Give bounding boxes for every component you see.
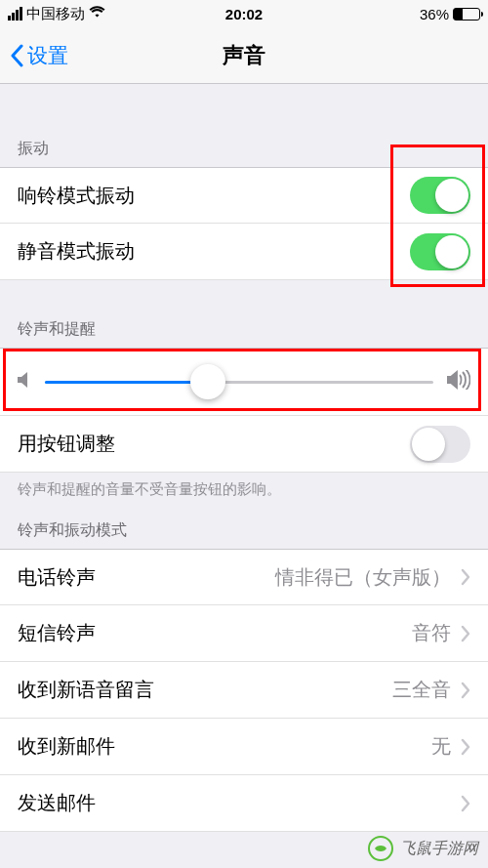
change-with-buttons-label: 用按钮调整 <box>18 431 410 457</box>
volume-slider-thumb[interactable] <box>190 364 225 399</box>
carrier-label: 中国移动 <box>26 5 85 23</box>
battery-icon <box>453 8 480 21</box>
status-left: 中国移动 <box>8 5 105 23</box>
chevron-left-icon <box>10 44 23 67</box>
chevron-right-icon <box>461 795 470 812</box>
chevron-right-icon <box>461 682 470 699</box>
status-bar: 中国移动 20:02 36% <box>0 0 488 27</box>
new-voicemail-row[interactable]: 收到新语音留言 三全音 <box>0 662 488 719</box>
status-right: 36% <box>420 6 480 22</box>
watermark-logo-icon <box>367 835 394 862</box>
text-tone-label: 短信铃声 <box>18 620 412 646</box>
vibrate-on-ring-row[interactable]: 响铃模式振动 <box>0 167 488 224</box>
chevron-right-icon <box>461 625 470 642</box>
wifi-icon <box>89 6 105 21</box>
text-tone-value: 音符 <box>412 620 451 646</box>
new-mail-value: 无 <box>431 733 451 760</box>
chevron-right-icon <box>461 568 470 586</box>
new-mail-row[interactable]: 收到新邮件 无 <box>0 719 488 775</box>
back-label: 设置 <box>27 42 68 69</box>
ringtone-label: 电话铃声 <box>18 564 275 591</box>
new-mail-label: 收到新邮件 <box>18 733 431 760</box>
vibration-section-header: 振动 <box>0 119 488 167</box>
vibrate-on-silent-switch[interactable] <box>410 233 470 270</box>
signal-icon <box>8 7 22 21</box>
vibrate-on-silent-label: 静音模式振动 <box>18 238 410 265</box>
sent-mail-label: 发送邮件 <box>18 790 451 816</box>
volume-footer-note: 铃声和提醒的音量不受音量按钮的影响。 <box>0 473 488 511</box>
change-with-buttons-switch[interactable] <box>410 426 470 463</box>
new-voicemail-value: 三全音 <box>392 677 451 703</box>
page-title: 声音 <box>0 41 488 70</box>
back-button[interactable]: 设置 <box>10 42 68 69</box>
volume-high-icon <box>447 370 470 393</box>
watermark: 飞鼠手游网 <box>367 835 478 862</box>
volume-slider-row[interactable] <box>0 348 488 416</box>
navigation-bar: 设置 声音 <box>0 27 488 84</box>
watermark-text: 飞鼠手游网 <box>400 839 478 859</box>
text-tone-row[interactable]: 短信铃声 音符 <box>0 605 488 662</box>
vibrate-on-ring-switch[interactable] <box>410 177 470 214</box>
change-with-buttons-row[interactable]: 用按钮调整 <box>0 416 488 473</box>
ringtone-row[interactable]: 电话铃声 情非得已（女声版） <box>0 549 488 605</box>
chevron-right-icon <box>461 738 470 756</box>
vibrate-on-ring-label: 响铃模式振动 <box>18 183 410 209</box>
new-voicemail-label: 收到新语音留言 <box>18 677 392 703</box>
vibrate-on-silent-row[interactable]: 静音模式振动 <box>0 224 488 280</box>
volume-slider[interactable] <box>45 381 433 384</box>
patterns-section-header: 铃声和振动模式 <box>0 511 488 549</box>
volume-low-icon <box>18 371 31 393</box>
sent-mail-row[interactable]: 发送邮件 <box>0 775 488 832</box>
ringtone-value: 情非得已（女声版） <box>275 564 451 591</box>
ringer-alerts-section-header: 铃声和提醒 <box>0 280 488 348</box>
battery-percentage: 36% <box>420 6 449 22</box>
